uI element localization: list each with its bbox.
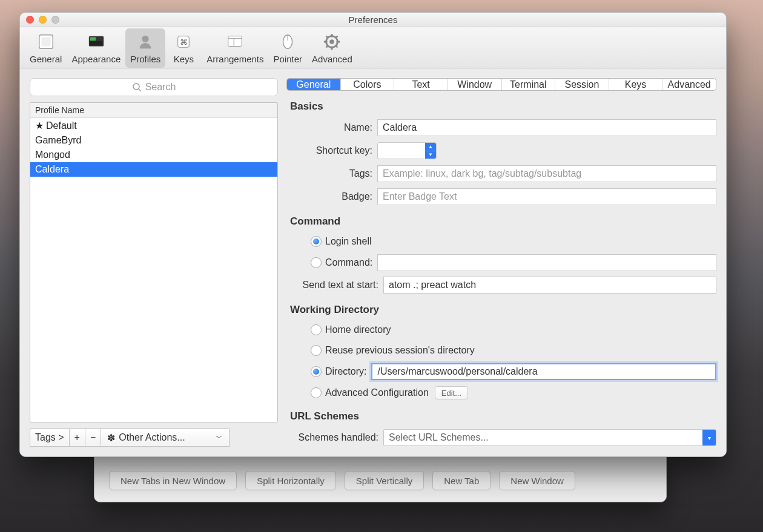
radio-icon (311, 324, 322, 335)
profiles-icon (134, 31, 156, 53)
window-title: Preferences (349, 15, 398, 25)
edit-button[interactable]: Edit... (435, 386, 468, 399)
profile-row-gamebyrd[interactable]: GameByrd (30, 133, 277, 148)
profile-tabs: General Colors Text Window Terminal Sess… (286, 78, 716, 91)
radio-directory[interactable]: Directory: (286, 363, 716, 380)
toolbar-keys[interactable]: ⌘ Keys (165, 28, 202, 68)
toolbar-label: General (30, 54, 62, 64)
chevron-down-icon: ﹀ (216, 433, 223, 443)
name-label: Name: (286, 122, 377, 133)
toolbar-label: Pointer (274, 54, 303, 64)
other-actions-button[interactable]: ✽ Other Actions... ﹀ (101, 429, 229, 446)
radio-label: Command: (325, 257, 372, 268)
profile-row-caldera[interactable]: Caldera (30, 162, 277, 177)
background-buttons-row: New Tabs in New Window Split Horizontall… (109, 471, 575, 490)
general-icon (35, 31, 57, 53)
schemes-label: Schemes handled: (286, 432, 383, 443)
back-btn-split-h[interactable]: Split Horizontally (245, 471, 336, 490)
shortcut-key-field[interactable]: ▲▼ (377, 142, 437, 159)
back-btn-new-tab[interactable]: New Tab (432, 471, 490, 490)
gear-icon: ✽ (107, 432, 115, 444)
back-btn-new-tabs[interactable]: New Tabs in New Window (109, 471, 237, 490)
toolbar-label: Appearance (71, 54, 121, 64)
add-profile-button[interactable]: + (70, 429, 85, 446)
search-input[interactable]: Search (30, 78, 278, 96)
url-schemes-select[interactable]: Select URL Schemes... ▾ (383, 429, 716, 446)
svg-rect-8 (228, 36, 242, 47)
radio-reuse-dir[interactable]: Reuse previous session's directory (286, 343, 716, 358)
url-form: Schemes handled: Select URL Schemes... ▾ (286, 429, 716, 447)
profile-list[interactable]: Profile Name ★Default GameByrd Mongod Ca… (30, 102, 278, 422)
traffic-lights (26, 13, 59, 27)
svg-text:⌘: ⌘ (180, 38, 188, 47)
profile-row-label: Mongod (35, 149, 70, 160)
pref-toolbar: General Appearance Profiles ⌘ Keys Arran… (20, 27, 726, 68)
keys-icon: ⌘ (173, 31, 194, 53)
back-btn-split-v[interactable]: Split Vertically (345, 471, 424, 490)
radio-icon (311, 236, 322, 247)
profile-row-label: Caldera (35, 164, 69, 174)
radio-icon (311, 257, 322, 268)
radio-icon (311, 345, 322, 356)
star-icon: ★ (35, 120, 44, 131)
toolbar-pointer[interactable]: Pointer (269, 28, 308, 68)
profile-row-mongod[interactable]: Mongod (30, 148, 277, 162)
svg-rect-1 (41, 38, 50, 47)
stepper-icon[interactable]: ▲▼ (425, 143, 436, 159)
back-btn-new-window[interactable]: New Window (499, 471, 575, 490)
shortcut-label: Shortcut key: (286, 145, 377, 156)
directory-input[interactable] (371, 363, 716, 380)
zoom-icon[interactable] (51, 16, 59, 24)
name-input[interactable] (377, 119, 716, 136)
svg-point-23 (133, 84, 139, 90)
svg-rect-3 (90, 38, 96, 41)
toolbar-label: Profiles (130, 54, 160, 64)
radio-label: Reuse previous session's directory (325, 345, 475, 356)
radio-command[interactable]: Command: (286, 254, 716, 271)
svg-line-24 (139, 89, 141, 91)
toolbar-profiles[interactable]: Profiles (125, 28, 165, 68)
content-area: Search Profile Name ★Default GameByrd Mo… (20, 68, 726, 456)
other-actions-label: Other Actions... (119, 432, 185, 443)
command-input[interactable] (377, 254, 716, 271)
radio-label: Directory: (325, 366, 366, 377)
tab-keys[interactable]: Keys (609, 79, 663, 90)
tags-label: Tags: (286, 168, 377, 179)
tab-text[interactable]: Text (394, 79, 448, 90)
tags-input[interactable] (377, 165, 716, 182)
arrangements-icon (224, 31, 246, 53)
send-text-input[interactable] (383, 277, 716, 294)
toolbar-arrangements[interactable]: Arrangements (202, 28, 268, 68)
pointer-icon (277, 31, 299, 53)
radio-advanced-config[interactable]: Advanced Configuration Edit... (286, 385, 716, 401)
tab-advanced[interactable]: Advanced (662, 79, 716, 90)
profile-row-label: Default (46, 120, 77, 131)
profile-settings-panel: General Colors Text Window Terminal Sess… (286, 78, 716, 447)
tags-button[interactable]: Tags > (30, 429, 70, 446)
toolbar-general[interactable]: General (25, 28, 67, 68)
toolbar-advanced[interactable]: Advanced (307, 28, 357, 68)
minimize-icon[interactable] (39, 16, 47, 24)
svg-rect-4 (90, 41, 103, 45)
tab-colors[interactable]: Colors (341, 79, 395, 90)
radio-login-shell[interactable]: Login shell (286, 234, 716, 249)
badge-label: Badge: (286, 191, 377, 202)
search-icon (132, 82, 142, 92)
badge-input[interactable] (377, 188, 716, 205)
profile-row-default[interactable]: ★Default (30, 118, 277, 133)
tab-window[interactable]: Window (448, 79, 502, 90)
toolbar-label: Keys (174, 54, 194, 64)
toolbar-appearance[interactable]: Appearance (67, 28, 125, 68)
tab-session[interactable]: Session (555, 79, 609, 90)
svg-point-14 (330, 39, 335, 44)
radio-label: Home directory (325, 324, 391, 335)
tab-terminal[interactable]: Terminal (502, 79, 556, 90)
radio-home-dir[interactable]: Home directory (286, 322, 716, 338)
profiles-bottom-bar: Tags > + − ✽ Other Actions... ﹀ (30, 429, 230, 447)
remove-profile-button[interactable]: − (85, 429, 101, 446)
radio-icon (311, 366, 322, 377)
send-text-label: Send text at start: (286, 280, 383, 291)
close-icon[interactable] (26, 16, 34, 24)
tab-general[interactable]: General (287, 79, 341, 90)
section-command-title: Command (290, 215, 716, 228)
